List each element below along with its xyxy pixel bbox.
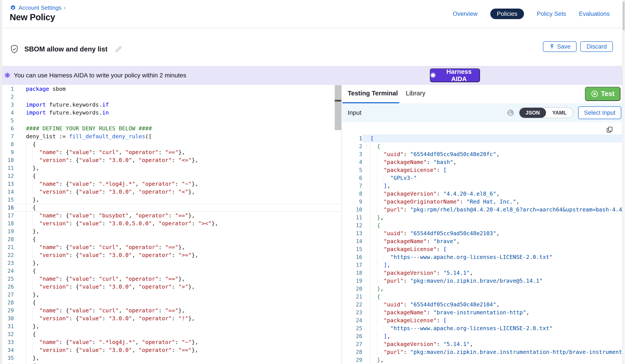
code-text[interactable]: {	[362, 142, 622, 150]
code-text[interactable]: {	[14, 362, 342, 364]
code-text[interactable]: },	[14, 322, 342, 330]
code-text[interactable]: {	[14, 204, 342, 212]
code-line[interactable]: 22 "uuid": "65544df05cc9ad50c48e2104",	[343, 301, 622, 308]
code-line[interactable]: 6#### DEFINE YOUR DENY RULES BELOW ####	[0, 125, 342, 133]
code-line[interactable]: 27 },	[0, 291, 342, 299]
code-text[interactable]: },	[14, 227, 342, 235]
code-line[interactable]: 30 "version": {"value": "3.0.0", "operat…	[0, 314, 342, 322]
code-line[interactable]: 2 {	[343, 142, 622, 150]
code-text[interactable]: "name": {"value": "curl", "operator": "=…	[14, 307, 342, 314]
code-text[interactable]: },	[362, 214, 622, 222]
code-text[interactable]: "purl": "pkg:maven/io.zipkin.brave.instr…	[362, 348, 622, 356]
code-line[interactable]: 25 "https---www.apache.org-licenses-LICE…	[343, 324, 622, 332]
code-text[interactable]: "packageVersion": "4.4.20-4.el8_6",	[362, 190, 622, 198]
code-line[interactable]: 6 "GPLv3-"	[343, 174, 622, 182]
code-line[interactable]: 17 "name": {"value": "busybot", "operato…	[0, 212, 342, 220]
policy-code-editor[interactable]: 1package sbom23import future.keywords.if…	[0, 85, 342, 364]
code-text[interactable]: "version": {"value": "3.0.0", "operator"…	[14, 346, 342, 354]
code-text[interactable]: "name": {"value": ".*log4j.*", "operator…	[14, 180, 342, 188]
code-text[interactable]: "packageLicense": [	[362, 166, 622, 174]
code-text[interactable]: "name": {"value": ".*log4j.*", "operator…	[14, 338, 342, 346]
code-text[interactable]: {	[362, 222, 622, 229]
page-scrollbar-thumb[interactable]	[623, 2, 625, 30]
code-line[interactable]: 20 {	[0, 235, 342, 243]
tab-testing-terminal[interactable]: Testing Terminal	[348, 90, 398, 97]
code-text[interactable]: "uuid": "65544df05cc9ad50c48e2103",	[362, 229, 622, 237]
code-line[interactable]: 35 },	[0, 354, 342, 362]
code-line[interactable]: 19 },	[0, 227, 342, 235]
code-text[interactable]: "uuid": "65544df05cc9ad50c48e2104",	[362, 301, 622, 308]
code-text[interactable]: "packageVersion": "5.14.1",	[362, 269, 622, 277]
code-text[interactable]: {	[362, 293, 622, 301]
code-text[interactable]: import future.keywords.if	[14, 101, 342, 109]
discard-button[interactable]: Discard	[580, 41, 613, 52]
code-text[interactable]: "GPLv3-"	[362, 174, 622, 182]
code-line[interactable]: 7deny_list := fill_default_deny_rules([	[0, 133, 342, 140]
code-line[interactable]: 3 "uuid": "65544df05cc9ad50c48e20fc",	[343, 150, 622, 158]
code-line[interactable]: 20 },	[343, 285, 622, 293]
tab-overview[interactable]: Overview	[453, 11, 477, 17]
code-line[interactable]: 24 "packageLicense": [	[343, 316, 622, 324]
code-line[interactable]: 12 {	[343, 222, 622, 229]
code-line[interactable]: 5 "packageLicense": [	[343, 166, 622, 174]
code-text[interactable]: "packageName": "bash",	[362, 158, 622, 166]
code-line[interactable]: 4 "packageName": "bash",	[343, 158, 622, 166]
code-line[interactable]: 21 {	[343, 293, 622, 301]
code-line[interactable]: 33 "name": {"value": ".*log4j.*", "opera…	[0, 338, 342, 346]
tab-library[interactable]: Library	[406, 90, 425, 97]
tab-policy-sets[interactable]: Policy Sets	[537, 11, 566, 17]
code-line[interactable]: 8 {	[0, 140, 342, 148]
code-line[interactable]: 36 {	[0, 362, 342, 364]
code-text[interactable]: "uuid": "65544df05cc9ad50c48e20fc",	[362, 150, 622, 158]
select-input-button[interactable]: Select Input	[578, 106, 621, 119]
code-line[interactable]: 28 "purl": "pkg:maven/io.zipkin.brave.in…	[343, 348, 622, 356]
code-line[interactable]: 1[	[343, 135, 622, 142]
code-text[interactable]: "version": {"value": "3.0.0", "operator"…	[14, 283, 342, 291]
code-line[interactable]: 4import future.keywords.in	[0, 109, 342, 117]
code-text[interactable]: #### DEFINE YOUR DENY RULES BELOW ####	[14, 125, 342, 133]
code-line[interactable]: 14 "packageName": "brave",	[343, 237, 622, 245]
code-text[interactable]: },	[362, 285, 622, 293]
code-line[interactable]: 31 },	[0, 322, 342, 330]
branch-icon[interactable]	[507, 109, 514, 116]
code-text[interactable]: },	[14, 259, 342, 267]
edit-pencil-icon[interactable]	[114, 45, 122, 53]
code-text[interactable]: "packageOriginatorName": "Red Hat, Inc."…	[362, 198, 622, 206]
format-option-json[interactable]: JSON	[519, 108, 546, 118]
code-text[interactable]: ],	[362, 182, 622, 190]
code-text[interactable]: "packageName": "brave",	[362, 237, 622, 245]
code-text[interactable]: [	[362, 135, 622, 142]
code-text[interactable]	[14, 117, 342, 125]
code-line[interactable]: 10 "purl": "pkg:rpm/rhel/bash@4.4.20-4.e…	[343, 206, 622, 214]
code-line[interactable]: 28 {	[0, 299, 342, 307]
harness-aida-button[interactable]: ❋ Harness AIDA	[430, 68, 480, 82]
code-line[interactable]: 17 ],	[343, 261, 622, 269]
code-text[interactable]: "packageLicense": [	[362, 245, 622, 253]
code-line[interactable]: 26 ],	[343, 332, 622, 340]
code-line[interactable]: 3import future.keywords.if	[0, 101, 342, 109]
tab-policies[interactable]: Policies	[490, 9, 524, 19]
code-text[interactable]: },	[14, 164, 342, 172]
code-line[interactable]: 11 },	[0, 164, 342, 172]
code-text[interactable]: "name": {"value": "busybot", "operator":…	[14, 212, 342, 220]
tab-evaluations[interactable]: Evaluations	[579, 11, 610, 17]
code-line[interactable]: 5	[0, 117, 342, 125]
code-text[interactable]: "version": {"value": "3.0.0", "operator"…	[14, 251, 342, 259]
page-scrollbar[interactable]	[622, 0, 625, 364]
code-text[interactable]: ],	[362, 261, 622, 269]
code-line[interactable]: 21 "name": {"value": "curl", "operator":…	[0, 243, 342, 251]
code-line[interactable]: 9 "name": {"value": "curl", "operator": …	[0, 148, 342, 156]
code-line[interactable]: 14 "version": {"value": "3.0.0", "operat…	[0, 188, 342, 196]
code-text[interactable]: "name": {"value": "curl", "operator": "=…	[14, 148, 342, 156]
code-line[interactable]: 26 "version": {"value": "3.0.0", "operat…	[0, 283, 342, 291]
code-text[interactable]: {	[14, 330, 342, 338]
code-text[interactable]: "name": {"value": "curl", "operator": "=…	[14, 243, 342, 251]
code-text[interactable]: },	[362, 356, 622, 364]
editor-scrollbar[interactable]	[335, 85, 341, 130]
code-line[interactable]: 19 "purl": "pkg:maven/io.zipkin.brave/br…	[343, 277, 622, 285]
code-line[interactable]: 12 {	[0, 172, 342, 180]
code-text[interactable]: package sbom	[14, 85, 342, 93]
code-text[interactable]: {	[14, 172, 342, 180]
copy-icon[interactable]	[606, 126, 613, 133]
code-line[interactable]: 15 "packageLicense": [	[343, 245, 622, 253]
